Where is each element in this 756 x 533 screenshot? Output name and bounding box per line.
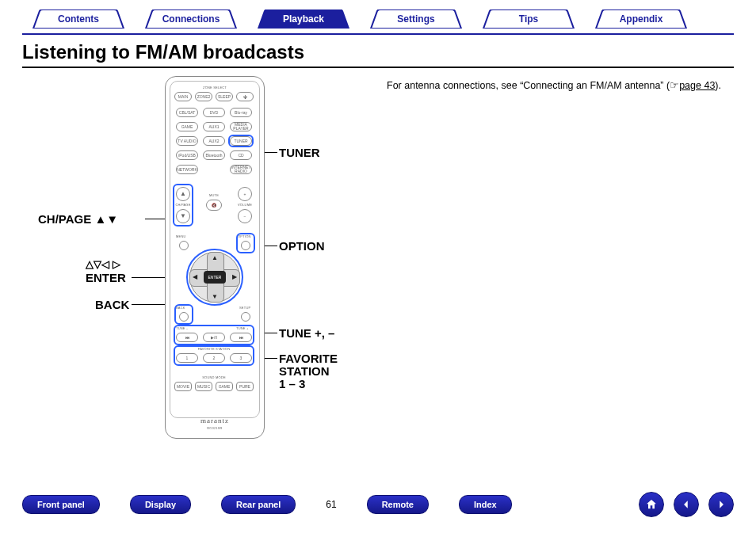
tab-label: Appendix — [620, 13, 663, 25]
btn-vol-up: + — [238, 187, 252, 201]
bottom-bar: Front panel Display Rear panel 61 Remote… — [22, 490, 734, 519]
highlight-tuner — [228, 135, 254, 147]
page-title: Listening to FM/AM broadcasts — [22, 41, 734, 63]
setup-label: SETUP — [239, 306, 250, 310]
btn-cd: CD — [230, 150, 252, 160]
btn-bluray: Blu-ray — [230, 108, 252, 117]
tab-contents[interactable]: Contents — [22, 10, 135, 29]
btn-movie: MOVIE — [174, 382, 192, 391]
tabs-rule — [22, 33, 734, 35]
btn-sleep: SLEEP — [216, 92, 233, 101]
callout-fav1: FAVORITE — [279, 352, 338, 365]
btn-mute: 🔇 — [206, 200, 222, 211]
btn-aux2: AUX2 — [203, 136, 225, 146]
tab-label: Playback — [283, 13, 324, 25]
model-label: RC021SR — [165, 426, 265, 430]
btn-network: NETWORK — [176, 165, 198, 174]
page-link[interactable]: page 43 — [679, 80, 715, 91]
hand-icon: ☞ — [670, 80, 679, 91]
btn-iradio: INTERNET RADIO — [230, 165, 252, 174]
highlight-option — [236, 233, 255, 253]
btn-game: GAME — [176, 122, 198, 131]
btn-music: MUSIC — [195, 382, 212, 391]
highlight-tune — [174, 325, 254, 345]
btn-zone2: ZONE2 — [195, 92, 212, 101]
btn-ipod: iPod/USB — [176, 150, 198, 160]
btn-game2: GAME — [216, 382, 233, 391]
tab-tips[interactable]: Tips — [472, 10, 585, 29]
highlight-dpad — [186, 249, 243, 306]
btn-setup — [241, 312, 250, 322]
btn-vol-down: − — [238, 209, 252, 223]
nav-index[interactable]: Index — [459, 495, 512, 514]
remote: ZONE SELECT MAIN ZONE2 SLEEP ⏻ CBL/SAT D… — [165, 76, 265, 439]
callout-enter: ENTER — [86, 271, 126, 284]
callout-arrows: △▽◁ ▷ — [86, 258, 120, 270]
btn-aux1: AUX1 — [203, 122, 225, 131]
btn-dvd: DVD — [203, 108, 225, 117]
callout-fav2: STATION — [279, 364, 330, 378]
triangles-icon: ▲▼ — [94, 212, 118, 226]
mute-label: MUTE — [204, 193, 223, 197]
next-icon[interactable] — [708, 492, 734, 517]
prev-icon[interactable] — [674, 492, 699, 517]
tab-label: Contents — [58, 13, 99, 25]
tab-label: Settings — [397, 13, 434, 25]
callout-tuner: TUNER — [279, 146, 320, 159]
btn-cblsat: CBL/SAT — [176, 108, 198, 117]
top-tabs: Contents Connections Playback Settings T… — [22, 5, 734, 35]
callout-ch-page: CH/PAGE ▲▼ — [38, 212, 118, 226]
nav-front-panel[interactable]: Front panel — [22, 495, 100, 514]
home-icon[interactable] — [639, 492, 664, 517]
menu-label: MENU — [176, 234, 186, 238]
btn-bt: Bluetooth — [203, 150, 225, 160]
nav-rear-panel[interactable]: Rear panel — [221, 495, 296, 514]
btn-tvaudio: TV AUDIO — [176, 136, 198, 146]
highlight-fav — [174, 345, 254, 366]
nav-remote[interactable]: Remote — [367, 495, 429, 514]
soundmode-label: SOUND MODE — [192, 375, 236, 379]
tab-label: Tips — [519, 13, 538, 25]
callout-tune: TUNE +, – — [279, 326, 334, 340]
callout-fav3: 1 – 3 — [279, 377, 305, 390]
zone-select-label: ZONE SELECT — [187, 86, 242, 89]
btn-power: ⏻ — [236, 92, 254, 101]
page-number: 61 — [326, 499, 336, 510]
tab-settings[interactable]: Settings — [360, 10, 472, 29]
callout-back: BACK — [95, 298, 129, 311]
highlight-chpage — [173, 184, 193, 227]
tab-connections[interactable]: Connections — [135, 10, 247, 29]
btn-main: MAIN — [174, 92, 192, 101]
callout-option: OPTION — [279, 239, 325, 253]
btn-pure: PURE — [236, 382, 254, 391]
heading-rule — [22, 67, 734, 68]
tab-playback[interactable]: Playback — [247, 10, 360, 29]
remote-figure: CH/PAGE ▲▼ △▽◁ ▷ ENTER BACK TUNER OPTION… — [22, 76, 387, 488]
body-text: For antenna connections, see “Connecting… — [387, 76, 734, 488]
btn-menu — [179, 241, 189, 250]
vol-label: VOLUME — [235, 203, 255, 207]
tab-label: Connections — [162, 13, 220, 25]
nav-display[interactable]: Display — [130, 495, 191, 514]
highlight-back — [174, 304, 193, 325]
tab-appendix[interactable]: Appendix — [585, 10, 697, 29]
btn-media: MEDIA PLAYER — [230, 122, 252, 131]
brand-label: marantz — [165, 417, 265, 424]
